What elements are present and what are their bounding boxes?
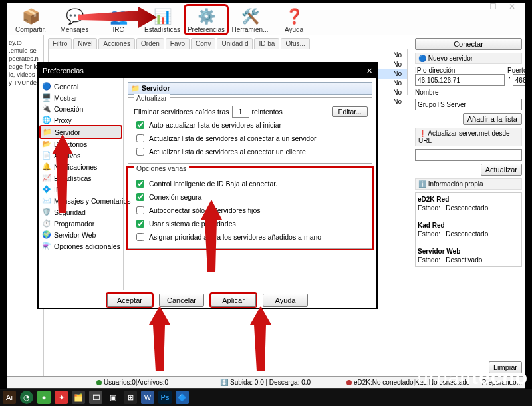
dialog-title: Preferencias: [43, 67, 84, 75]
server-panel: 📁 Servidor Actualizar Eliminar servidore…: [124, 78, 376, 290]
chk-update-on-client[interactable]: Actualizar lista de servidores al conect…: [134, 146, 368, 158]
ip-label: IP o dirección: [415, 67, 505, 74]
update-servermet-button[interactable]: Actualizar: [481, 164, 522, 176]
chk-priority-system[interactable]: Usar sistema de prioridades: [134, 218, 368, 230]
flask-icon: ⚗️: [42, 242, 51, 250]
apply-button[interactable]: Aplicar: [211, 294, 256, 307]
update-met-title: ❗ Actualizar server.met desde URL: [415, 128, 522, 146]
task-icon[interactable]: ⊞: [124, 391, 137, 404]
status-users: Usuarios:0|Archivos:0: [104, 379, 168, 386]
tools-icon: 🛠️: [229, 7, 271, 26]
bell-icon: 🔔: [42, 162, 51, 171]
cat-scheduler[interactable]: ⏱️Programador: [40, 218, 122, 229]
servermet-url-input[interactable]: [415, 149, 522, 161]
cat-webserver[interactable]: 🌍Servidor Web: [40, 229, 122, 240]
gear-icon: ⚙️: [186, 7, 227, 26]
toolbar-share[interactable]: 📦Compartir.: [10, 6, 51, 33]
update-group: Actualizar Eliminar servidores caídos tr…: [128, 97, 372, 164]
task-icon[interactable]: W: [141, 391, 154, 404]
port-label: Puerto: [507, 67, 525, 74]
col[interactable]: Ofus...: [281, 38, 309, 49]
svg-marker-2: [201, 200, 222, 272]
chk-autoconnect-static[interactable]: Autoconectar sólo a Servidores fijos: [134, 204, 368, 216]
clock-icon: ⏱️: [42, 219, 51, 228]
arrow-icon: [149, 306, 172, 373]
toolbar-tools[interactable]: 🛠️Herramien...: [229, 6, 271, 33]
cat-general[interactable]: 🔵General: [40, 81, 122, 92]
column-headers: Filtro Nivel Acciones Orden Favo Conv Un…: [44, 35, 412, 49]
folder-icon: 📁: [43, 128, 52, 136]
taskbar: Ai ◔ ● ✦ 🗂️ 🗔 ▣ ⊞ W Ps 🔷: [0, 389, 532, 406]
mail-icon: ✉️: [42, 196, 51, 205]
task-icon[interactable]: 🗂️: [72, 391, 85, 404]
col[interactable]: Nivel: [73, 38, 97, 49]
svg-marker-4: [250, 306, 271, 371]
col[interactable]: Filtro: [48, 38, 72, 49]
dialog-titlebar[interactable]: Preferencias ✕: [39, 63, 376, 78]
ok-button[interactable]: Aceptar: [107, 294, 152, 307]
port-input[interactable]: [513, 74, 525, 86]
dialog-close-icon[interactable]: ✕: [366, 67, 372, 75]
maximize-button[interactable]: ☐: [489, 2, 497, 11]
arrow-icon: [201, 200, 223, 273]
task-icon[interactable]: 🗔: [89, 391, 102, 404]
net-icon: [346, 380, 352, 385]
minimize-button[interactable]: —: [469, 2, 477, 11]
users-icon: [96, 380, 102, 385]
file-icon: 📄: [42, 151, 51, 160]
task-icon[interactable]: ◔: [20, 391, 33, 404]
cat-display[interactable]: 🖥️Mostrar: [40, 92, 122, 103]
list-row[interactable]: No: [49, 51, 407, 60]
cat-advanced[interactable]: ⚗️Opciones adicionales: [40, 240, 122, 252]
chk-autoupdate-start[interactable]: Auto-actualizar lista de servidores al i…: [134, 119, 368, 131]
own-info-title: ℹ️ Información propia: [415, 178, 522, 190]
toolbar-help[interactable]: ❓Ayuda: [273, 6, 315, 33]
watermark: urbantecno: [417, 366, 528, 389]
panel-header: 📁 Servidor: [128, 82, 372, 95]
speed-icon: ↕️: [220, 379, 228, 386]
col[interactable]: Orden: [136, 38, 164, 49]
close-button[interactable]: ✕: [509, 2, 515, 11]
col[interactable]: ID ba: [254, 38, 279, 49]
cancel-button[interactable]: Cancelar: [159, 294, 204, 307]
col[interactable]: Acciones: [98, 38, 135, 49]
arrow-icon: [52, 134, 74, 214]
chk-high-prio-manual[interactable]: Asignar prioridad alta a los servidores …: [134, 231, 368, 243]
chk-secure-conn[interactable]: Conexión segura: [134, 191, 368, 203]
task-icon[interactable]: Ai: [3, 391, 16, 404]
toolbar-preferences[interactable]: ⚙️Preferencias: [186, 6, 227, 33]
svg-marker-1: [52, 134, 73, 213]
add-to-list-button[interactable]: Añadir a la lista: [463, 113, 522, 125]
connect-button[interactable]: Conectar: [415, 38, 522, 50]
arrow-icon: [250, 306, 273, 373]
task-icon[interactable]: ▣: [106, 391, 120, 404]
own-info-box: eD2K Red Estado: Desconectado Kad Red Es…: [415, 192, 522, 267]
window-controls: — ☐ ✕: [469, 2, 515, 11]
ip-input[interactable]: [415, 74, 505, 86]
task-icon[interactable]: 🔷: [176, 391, 189, 404]
world-icon: 🌍: [42, 230, 51, 239]
globe-icon: 🌐: [42, 116, 51, 124]
help-button[interactable]: Ayuda: [263, 294, 308, 307]
retries-input[interactable]: [232, 106, 249, 118]
circle-icon: 🔵: [42, 82, 51, 91]
edit-list-button[interactable]: Editar...: [332, 106, 368, 117]
chk-update-on-server[interactable]: Actualizar lista de servidores al conect…: [134, 132, 368, 144]
col[interactable]: Unidad d: [217, 38, 253, 49]
svg-marker-3: [149, 306, 170, 371]
task-icon[interactable]: ✦: [55, 391, 68, 404]
irc-icon: 💠: [42, 185, 51, 194]
task-icon[interactable]: ●: [37, 391, 51, 404]
col[interactable]: Favo: [166, 38, 190, 49]
graph-icon: 📈: [42, 174, 51, 182]
name-label: Nombre: [415, 89, 522, 96]
name-input[interactable]: [415, 99, 522, 110]
cat-connection[interactable]: 🔌Conexión: [40, 103, 122, 114]
cat-proxy[interactable]: 🌐Proxy: [40, 114, 122, 126]
monitor-icon: 🖥️: [42, 93, 51, 102]
box-icon: 📦: [10, 7, 51, 26]
task-icon[interactable]: Ps: [158, 391, 172, 404]
new-server-title: 🔵 Nuevo servidor: [415, 53, 522, 64]
col[interactable]: Conv: [191, 38, 215, 49]
chk-smart-lowid[interactable]: Control inteligente de ID Baja al conect…: [134, 178, 368, 190]
